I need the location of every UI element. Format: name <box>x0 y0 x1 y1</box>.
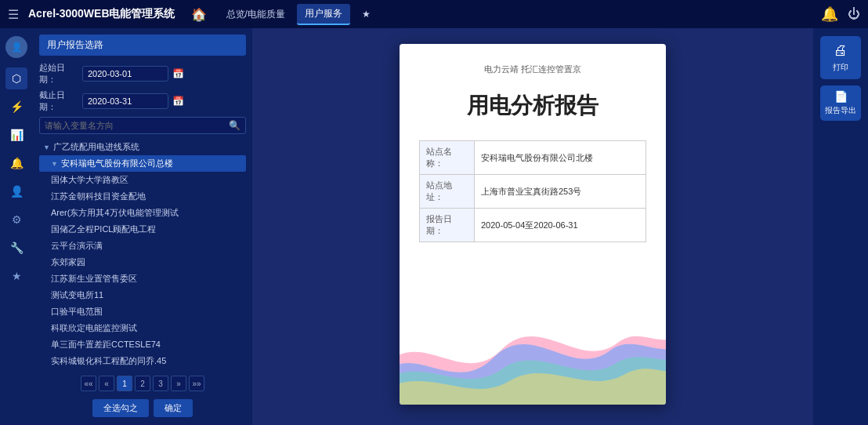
info-label-2: 报告日期： <box>420 209 475 242</box>
sidenav-item-chart[interactable]: 📊 <box>5 124 27 146</box>
export-icon: 📄 <box>834 90 848 103</box>
sidenav-item-dashboard[interactable]: ⬡ <box>5 67 27 89</box>
content-area: 电力云靖 托汇连控管置京 用电分析报告 站点名称： 安科瑞电气股份有限公司北楼 … <box>252 28 813 425</box>
tree-item-0[interactable]: ▼ 广乙统配用电进线系统 <box>39 139 246 155</box>
pagination: «« « 1 2 3 » »» <box>39 372 246 394</box>
info-value-1: 上海市普业宝真街路253号 <box>475 175 646 209</box>
confirm-button[interactable]: 确定 <box>154 399 193 417</box>
page-2-btn[interactable]: 2 <box>135 376 150 391</box>
sidenav-item-person[interactable]: 👤 <box>5 180 27 202</box>
wave-decoration <box>400 303 666 405</box>
page-first-btn[interactable]: «« <box>81 376 96 391</box>
tree-item-13[interactable]: 实科城银化科工程配的同乔.45 <box>39 353 246 369</box>
info-label-1: 站点地址： <box>420 175 475 209</box>
report-header-text: 电力云靖 托汇连控管置京 <box>419 64 646 75</box>
start-date-label: 起始日期： <box>39 62 78 85</box>
table-row: 站点名称： 安科瑞电气股份有限公司北楼 <box>420 141 646 175</box>
topbar-right-icons: 🔔 ⏻ <box>821 5 860 23</box>
tree-item-10[interactable]: 口验平电范围 <box>39 303 246 320</box>
printer-icon: 🖨 <box>834 42 848 59</box>
start-date-input[interactable] <box>82 66 168 82</box>
tree-item-8[interactable]: 江苏新生业置管售委区 <box>39 271 246 287</box>
print-button[interactable]: 🖨 打印 <box>820 36 861 79</box>
tree-item-6[interactable]: 云平台演示满 <box>39 238 246 254</box>
export-label: 报告导出 <box>825 105 856 116</box>
panel-title: 用户报告选路 <box>39 35 246 56</box>
tree-item-7[interactable]: 东郊家园 <box>39 254 246 271</box>
end-date-input[interactable] <box>82 93 168 109</box>
tree-item-2[interactable]: 国体大学大学路教区 <box>39 172 246 188</box>
page-3-btn[interactable]: 3 <box>153 376 168 391</box>
sidenav-item-star[interactable]: ★ <box>5 265 27 287</box>
table-row: 站点地址： 上海市普业宝真街路253号 <box>420 175 646 209</box>
select-all-button[interactable]: 全选勾之 <box>92 399 149 417</box>
print-label: 打印 <box>833 62 848 73</box>
search-icon[interactable]: 🔍 <box>229 120 241 131</box>
table-row: 报告日期： 2020-05-04至2020-06-31 <box>420 209 646 242</box>
search-input[interactable] <box>45 121 229 130</box>
app-title: Acrel-3000WEB电能管理系统 <box>28 7 175 21</box>
start-date-calendar-icon[interactable]: 📅 <box>172 68 184 79</box>
nav-tab-star[interactable]: ★ <box>354 5 378 23</box>
left-panel: 用户报告选路 起始日期： 📅 截止日期： 📅 🔍 ▼ 广乙统配用电进线系统 ▼ … <box>33 28 252 425</box>
nav-tab-user-service[interactable]: 用户服务 <box>297 4 350 25</box>
tree-list: ▼ 广乙统配用电进线系统 ▼ 安科瑞电气股份有限公司总楼 国体大学大学路教区 江… <box>39 139 246 369</box>
export-button[interactable]: 📄 报告导出 <box>820 85 861 121</box>
chevron-icon: ▼ <box>51 160 58 168</box>
notification-icon[interactable]: 🔔 <box>821 5 838 23</box>
search-row: 🔍 <box>39 117 246 134</box>
right-panel: 🖨 打印 📄 报告导出 <box>813 28 868 425</box>
sidenav-item-settings[interactable]: ⚙ <box>5 209 27 231</box>
tree-item-9[interactable]: 测试变电所11 <box>39 287 246 303</box>
tree-item-1[interactable]: ▼ 安科瑞电气股份有限公司总楼 <box>39 155 246 172</box>
tree-item-3[interactable]: 江苏金朝科技目资金配地 <box>39 188 246 205</box>
sidenav: 👤 ⬡ ⚡ 📊 🔔 👤 ⚙ 🔧 ★ <box>0 28 33 425</box>
avatar[interactable]: 👤 <box>5 36 27 58</box>
nav-tabs: 总览/电能质量 用户服务 ★ <box>219 4 378 25</box>
tree-item-11[interactable]: 科联欣定电能监控测试 <box>39 320 246 336</box>
end-date-row: 截止日期： 📅 <box>39 89 246 113</box>
info-label-0: 站点名称： <box>420 141 475 175</box>
info-value-2: 2020-05-04至2020-06-31 <box>475 209 646 242</box>
page-last-btn[interactable]: »» <box>189 376 204 391</box>
report-title: 用电分析报告 <box>419 91 646 121</box>
home-icon[interactable]: 🏠 <box>191 7 207 22</box>
tree-item-12[interactable]: 单三面牛置差距CCTESLE74 <box>39 336 246 353</box>
info-value-0: 安科瑞电气股份有限公司北楼 <box>475 141 646 175</box>
page-1-btn[interactable]: 1 <box>117 376 132 391</box>
sidenav-item-lightning[interactable]: ⚡ <box>5 96 27 118</box>
tree-item-4[interactable]: Arer(东方用其4万伏电能管理测试 <box>39 205 246 221</box>
end-date-label: 截止日期： <box>39 89 78 113</box>
topbar: ☰ Acrel-3000WEB电能管理系统 🏠 总览/电能质量 用户服务 ★ 🔔… <box>0 0 868 28</box>
chevron-icon: ▼ <box>43 143 50 151</box>
page-next-btn[interactable]: » <box>171 376 186 391</box>
menu-hamburger-icon[interactable]: ☰ <box>8 7 19 22</box>
nav-tab-overview[interactable]: 总览/电能质量 <box>219 5 293 24</box>
tree-item-5[interactable]: 国储乙全程PICL顾配电工程 <box>39 221 246 238</box>
report-info-table: 站点名称： 安科瑞电气股份有限公司北楼 站点地址： 上海市普业宝真街路253号 … <box>419 140 646 242</box>
main-layout: 👤 ⬡ ⚡ 📊 🔔 👤 ⚙ 🔧 ★ 用户报告选路 起始日期： 📅 截止日期： 📅… <box>0 28 868 425</box>
sidenav-item-wrench[interactable]: 🔧 <box>5 237 27 259</box>
report-card: 电力云靖 托汇连控管置京 用电分析报告 站点名称： 安科瑞电气股份有限公司北楼 … <box>400 44 666 405</box>
sidenav-item-bell[interactable]: 🔔 <box>5 152 27 174</box>
start-date-row: 起始日期： 📅 <box>39 62 246 85</box>
end-date-calendar-icon[interactable]: 📅 <box>172 96 184 107</box>
bottom-buttons: 全选勾之 确定 <box>39 394 246 419</box>
power-icon[interactable]: ⏻ <box>848 7 860 21</box>
page-prev-btn[interactable]: « <box>99 376 114 391</box>
